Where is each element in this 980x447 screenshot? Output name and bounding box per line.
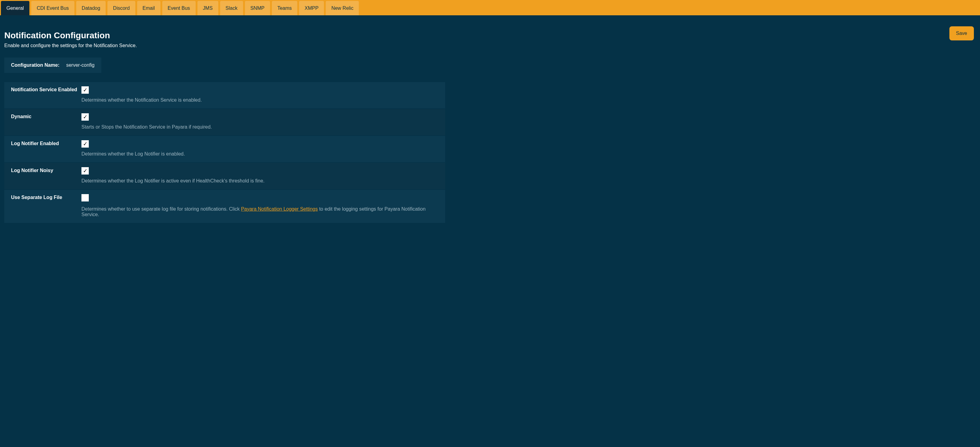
setting-description-text: Determines whether the Log Notifier is a… bbox=[81, 178, 264, 183]
setting-control: ✓Starts or Stops the Notification Servic… bbox=[81, 113, 438, 130]
setting-control: ✓Determines whether the Notification Ser… bbox=[81, 86, 438, 103]
tab-teams[interactable]: Teams bbox=[272, 1, 297, 15]
setting-control: Determines whether to use separate log f… bbox=[81, 194, 438, 217]
tab-cdi-event-bus[interactable]: CDI Event Bus bbox=[31, 1, 75, 15]
tab-email[interactable]: Email bbox=[137, 1, 161, 15]
tab-datadog[interactable]: Datadog bbox=[76, 1, 106, 15]
setting-description-text: Determines whether the Notification Serv… bbox=[81, 97, 202, 103]
setting-label: Dynamic bbox=[11, 113, 81, 119]
setting-label: Use Separate Log File bbox=[11, 194, 81, 200]
tab-general[interactable]: General bbox=[1, 1, 29, 15]
setting-control: ✓Determines whether the Log Notifier is … bbox=[81, 140, 438, 157]
checkbox[interactable]: ✓ bbox=[81, 167, 89, 175]
tab-event-bus[interactable]: Event Bus bbox=[162, 1, 196, 15]
config-name-label: Configuration Name: bbox=[11, 62, 59, 68]
settings-table: Notification Service Enabled✓Determines … bbox=[4, 81, 445, 223]
setting-description: Starts or Stops the Notification Service… bbox=[81, 124, 438, 130]
tab-jms[interactable]: JMS bbox=[197, 1, 218, 15]
notification-logger-settings-link[interactable]: Payara Notification Logger Settings bbox=[241, 206, 318, 212]
checkbox[interactable]: ✓ bbox=[81, 140, 89, 148]
setting-description: Determines whether to use separate log f… bbox=[81, 206, 438, 217]
setting-description-text: Starts or Stops the Notification Service… bbox=[81, 124, 212, 129]
save-button[interactable]: Save bbox=[950, 26, 974, 40]
setting-row: Log Notifier Noisy✓Determines whether th… bbox=[4, 162, 445, 189]
setting-label: Log Notifier Noisy bbox=[11, 167, 81, 173]
setting-row: Log Notifier Enabled✓Determines whether … bbox=[4, 135, 445, 162]
setting-row: Dynamic✓Starts or Stops the Notification… bbox=[4, 108, 445, 135]
setting-description: Determines whether the Log Notifier is e… bbox=[81, 151, 438, 157]
page-title: Notification Configuration bbox=[4, 30, 137, 40]
page-body: Notification Configuration Enable and co… bbox=[0, 15, 980, 232]
tab-snmp[interactable]: SNMP bbox=[245, 1, 270, 15]
setting-control: ✓Determines whether the Log Notifier is … bbox=[81, 167, 438, 184]
tab-discord[interactable]: Discord bbox=[107, 1, 135, 15]
tab-bar: GeneralCDI Event BusDatadogDiscordEmailE… bbox=[0, 0, 980, 15]
tab-xmpp[interactable]: XMPP bbox=[299, 1, 324, 15]
config-name-value: server-config bbox=[66, 62, 94, 68]
checkbox[interactable] bbox=[81, 194, 89, 202]
config-name-box: Configuration Name: server-config bbox=[4, 57, 101, 73]
setting-label: Notification Service Enabled bbox=[11, 86, 81, 92]
setting-description: Determines whether the Notification Serv… bbox=[81, 97, 438, 103]
tab-new-relic[interactable]: New Relic bbox=[326, 1, 359, 15]
page-subtitle: Enable and configure the settings for th… bbox=[4, 43, 137, 48]
setting-description-text: Determines whether the Log Notifier is e… bbox=[81, 151, 185, 156]
setting-row: Use Separate Log FileDetermines whether … bbox=[4, 189, 445, 223]
setting-description: Determines whether the Log Notifier is a… bbox=[81, 178, 438, 184]
setting-row: Notification Service Enabled✓Determines … bbox=[4, 81, 445, 108]
tab-slack[interactable]: Slack bbox=[220, 1, 243, 15]
setting-description-text: Determines whether to use separate log f… bbox=[81, 206, 241, 212]
checkbox[interactable]: ✓ bbox=[81, 113, 89, 121]
checkbox[interactable]: ✓ bbox=[81, 86, 89, 94]
setting-label: Log Notifier Enabled bbox=[11, 140, 81, 146]
